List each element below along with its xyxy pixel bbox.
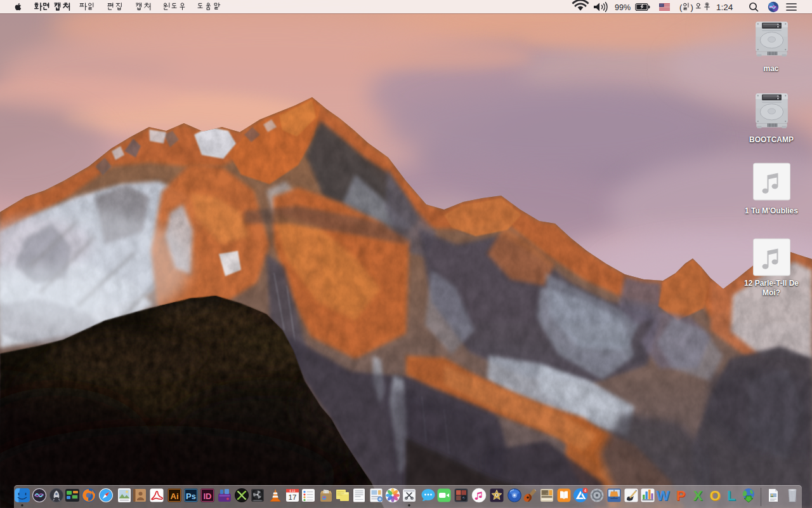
svg-text:6 13: 6 13 — [290, 490, 296, 493]
svg-text:O: O — [709, 488, 720, 504]
svg-text:Ai: Ai — [171, 491, 179, 501]
svg-text:(: ( — [679, 3, 683, 12]
svg-text:L: L — [727, 488, 735, 504]
svg-text:ID: ID — [204, 491, 212, 501]
svg-text:): ) — [691, 3, 693, 12]
svg-text:X: X — [693, 488, 703, 504]
svg-text:4: 4 — [584, 488, 587, 493]
svg-text:Ps: Ps — [186, 491, 196, 501]
svg-text:1:24: 1:24 — [716, 3, 733, 12]
svg-text:W: W — [657, 488, 670, 504]
svg-text:17: 17 — [289, 493, 297, 501]
svg-text:P: P — [676, 488, 686, 504]
svg-text:99%: 99% — [615, 3, 631, 12]
